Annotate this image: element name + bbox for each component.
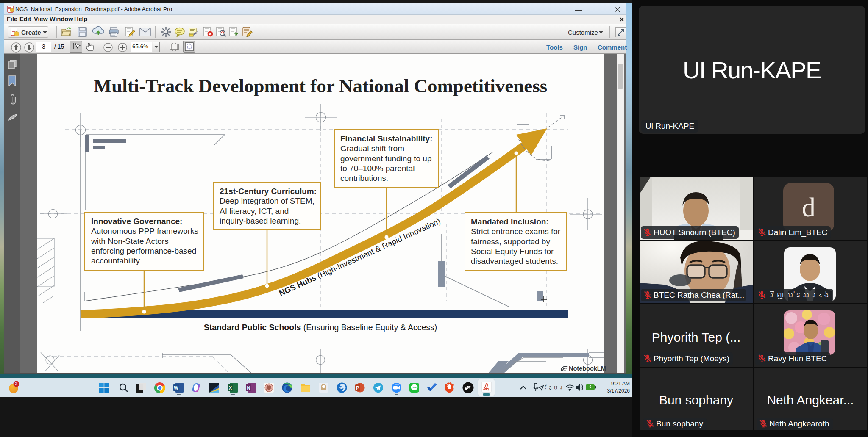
svg-text:X: X	[229, 385, 232, 390]
svg-text:W: W	[174, 385, 178, 390]
svg-text:LINE: LINE	[412, 386, 417, 389]
svg-text:P: P	[356, 385, 359, 390]
svg-text:N: N	[247, 385, 250, 390]
svg-text:zoom: zoom	[394, 384, 399, 386]
svg-text:2: 2	[15, 382, 18, 386]
